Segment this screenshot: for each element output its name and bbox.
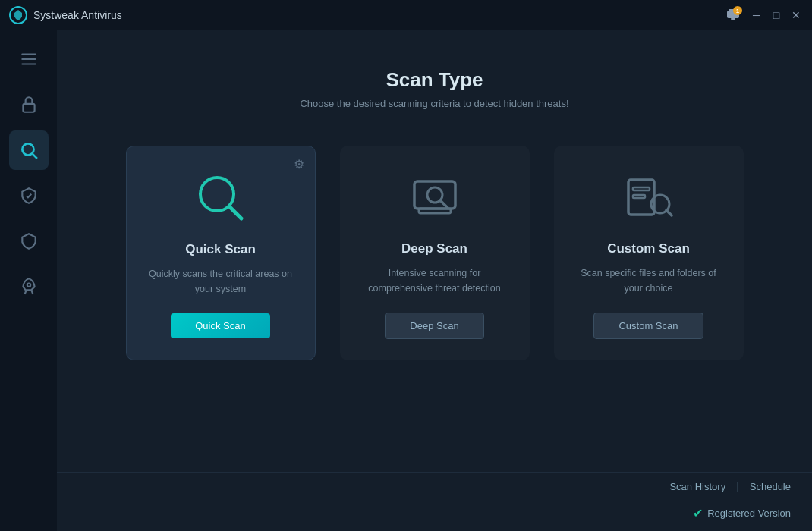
custom-scan-description: Scan specific files and folders of your …	[572, 266, 725, 296]
sidebar-item-boost[interactable]	[9, 267, 49, 306]
sidebar-item-shield[interactable]	[9, 176, 49, 215]
page-title: Scan Type	[300, 68, 568, 92]
footer-status: ✔ Registered Version	[57, 500, 812, 531]
quick-scan-title: Quick Scan	[185, 242, 256, 257]
deep-scan-icon	[404, 167, 465, 228]
footer-links: Scan History | Schedule	[57, 472, 812, 500]
custom-scan-icon	[618, 167, 679, 228]
quick-scan-button[interactable]: Quick Scan	[171, 313, 269, 338]
lock-icon	[19, 95, 39, 115]
status-text: Registered Version	[707, 507, 791, 519]
notification-badge: 1	[733, 6, 742, 15]
menu-icon	[19, 49, 39, 69]
scan-cards-container: ⚙ Quick Scan Quickly scans the critical …	[126, 146, 744, 360]
deep-scan-title: Deep Scan	[401, 241, 467, 256]
search-icon	[19, 140, 39, 160]
svg-point-8	[22, 143, 33, 155]
settings-icon[interactable]: ⚙	[294, 157, 304, 171]
footer-separator: |	[736, 480, 739, 492]
svg-rect-7	[23, 104, 34, 112]
svg-line-18	[440, 200, 448, 208]
sidebar-item-menu[interactable]	[9, 39, 49, 79]
sidebar-item-security[interactable]	[9, 222, 49, 261]
custom-scan-card[interactable]: Custom Scan Scan specific files and fold…	[554, 146, 744, 360]
schedule-link[interactable]: Schedule	[750, 481, 791, 492]
svg-point-12	[27, 284, 30, 287]
sidebar	[0, 30, 57, 531]
deep-scan-button[interactable]: Deep Scan	[385, 313, 483, 339]
svg-rect-4	[21, 53, 36, 55]
svg-line-9	[32, 154, 36, 159]
app-logo-icon	[9, 6, 27, 24]
app-title: Systweak Antivirus	[33, 9, 122, 21]
svg-line-23	[666, 210, 672, 215]
scan-history-link[interactable]: Scan History	[669, 481, 725, 492]
rocket-icon	[19, 277, 39, 297]
window-controls: 1 ─ □ ✕	[722, 5, 803, 26]
deep-scan-card[interactable]: Deep Scan Intensive scanning for compreh…	[340, 146, 530, 360]
svg-line-10	[24, 290, 26, 294]
shield-check-icon	[19, 186, 39, 206]
svg-rect-21	[633, 195, 645, 198]
sidebar-item-protection[interactable]	[9, 85, 49, 124]
main-layout: Scan Type Choose the desired scanning cr…	[0, 30, 812, 531]
maximize-button[interactable]: □	[770, 8, 783, 22]
app-logo: Systweak Antivirus	[9, 6, 122, 24]
main-content: Scan Type Choose the desired scanning cr…	[57, 30, 812, 531]
svg-rect-3	[731, 18, 735, 20]
custom-scan-title: Custom Scan	[607, 241, 690, 256]
sidebar-item-scan[interactable]	[9, 130, 49, 170]
page-subtitle: Choose the desired scanning criteria to …	[300, 98, 568, 109]
svg-rect-16	[419, 209, 451, 213]
deep-scan-description: Intensive scanning for comprehensive thr…	[358, 266, 511, 296]
shield-icon	[19, 231, 39, 251]
quick-scan-description: Quickly scans the critical areas on your…	[145, 266, 297, 297]
close-button[interactable]: ✕	[789, 8, 803, 22]
svg-line-14	[230, 207, 241, 218]
svg-rect-15	[414, 181, 455, 209]
page-header: Scan Type Choose the desired scanning cr…	[300, 68, 568, 109]
footer: Scan History | Schedule ✔ Registered Ver…	[57, 472, 812, 531]
quick-scan-icon	[190, 168, 251, 228]
svg-rect-20	[633, 187, 650, 190]
titlebar: Systweak Antivirus 1 ─ □ ✕	[0, 0, 812, 30]
notification-icon[interactable]: 1	[722, 5, 744, 26]
svg-rect-5	[21, 58, 36, 60]
svg-rect-6	[21, 63, 36, 64]
registered-check-icon: ✔	[693, 506, 703, 520]
svg-line-11	[31, 290, 33, 294]
quick-scan-card[interactable]: ⚙ Quick Scan Quickly scans the critical …	[126, 146, 316, 360]
custom-scan-button[interactable]: Custom Scan	[593, 313, 703, 339]
minimize-button[interactable]: ─	[750, 8, 763, 22]
